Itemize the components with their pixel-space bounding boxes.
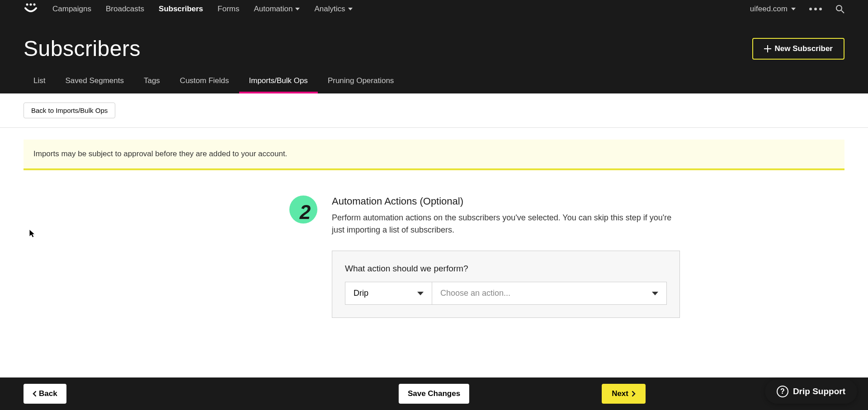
step-number: 2 (300, 201, 311, 224)
nav-analytics[interactable]: Analytics (314, 5, 352, 14)
nav-left-group: Campaigns Broadcasts Subscribers Forms A… (24, 2, 353, 16)
subtab-imports-bulk-ops[interactable]: Imports/Bulk Ops (239, 70, 318, 93)
page-header-row: Subscribers New Subscriber (24, 36, 844, 61)
account-name: uifeed.com (750, 5, 788, 14)
svg-point-2 (33, 4, 36, 6)
caret-down-icon (417, 292, 424, 295)
more-menu-icon[interactable] (809, 8, 822, 10)
plus-icon (764, 45, 771, 52)
new-subscriber-button[interactable]: New Subscriber (752, 38, 845, 60)
step-badge: 2 (289, 196, 317, 224)
top-navigation: Campaigns Broadcasts Subscribers Forms A… (0, 0, 868, 18)
subtab-list[interactable]: List (24, 70, 55, 93)
search-icon[interactable] (835, 5, 844, 14)
step-content: Automation Actions (Optional) Perform au… (332, 196, 696, 318)
provider-select[interactable]: Drip (345, 282, 432, 305)
chevron-down-icon (348, 8, 353, 10)
chevron-down-icon (791, 8, 796, 10)
info-banner: Imports may be subject to approval befor… (24, 140, 844, 170)
nav-analytics-label: Analytics (314, 5, 345, 14)
chevron-down-icon (295, 8, 300, 10)
action-label: What action should we perform? (345, 264, 667, 274)
subtab-custom-fields[interactable]: Custom Fields (170, 70, 239, 93)
nav-automation[interactable]: Automation (254, 5, 300, 14)
nav-subscribers[interactable]: Subscribers (159, 5, 203, 14)
subtab-tags[interactable]: Tags (134, 70, 170, 93)
subtab-saved-segments[interactable]: Saved Segments (55, 70, 133, 93)
step-description: Perform automation actions on the subscr… (332, 212, 675, 236)
logo-icon[interactable] (24, 2, 38, 16)
svg-point-1 (30, 4, 32, 6)
account-selector[interactable]: uifeed.com (750, 5, 796, 14)
subtabs: List Saved Segments Tags Custom Fields I… (24, 70, 844, 93)
nav-campaigns[interactable]: Campaigns (52, 5, 91, 14)
back-link-section: Back to Imports/Bulk Ops (0, 93, 868, 127)
step-title: Automation Actions (Optional) (332, 196, 696, 207)
content-area: Imports may be subject to approval befor… (0, 128, 868, 363)
page-title: Subscribers (24, 36, 141, 61)
nav-right-group: uifeed.com (750, 5, 844, 14)
provider-select-value: Drip (354, 289, 368, 298)
action-select-placeholder: Choose an action... (440, 289, 510, 298)
page-header: Subscribers New Subscriber List Saved Se… (0, 18, 868, 93)
nav-automation-label: Automation (254, 5, 292, 14)
subtab-pruning-operations[interactable]: Pruning Operations (318, 70, 404, 93)
caret-down-icon (652, 292, 658, 295)
back-to-imports-button[interactable]: Back to Imports/Bulk Ops (24, 102, 115, 118)
action-select[interactable]: Choose an action... (432, 282, 667, 305)
svg-line-4 (841, 10, 844, 13)
nav-broadcasts[interactable]: Broadcasts (106, 5, 144, 14)
nav-forms[interactable]: Forms (217, 5, 239, 14)
select-row: Drip Choose an action... (345, 282, 667, 305)
svg-point-0 (26, 4, 28, 6)
action-panel: What action should we perform? Drip Choo… (332, 251, 680, 318)
svg-point-3 (836, 5, 842, 11)
step-section: 2 Automation Actions (Optional) Perform … (172, 196, 696, 318)
new-subscriber-label: New Subscriber (775, 44, 833, 53)
